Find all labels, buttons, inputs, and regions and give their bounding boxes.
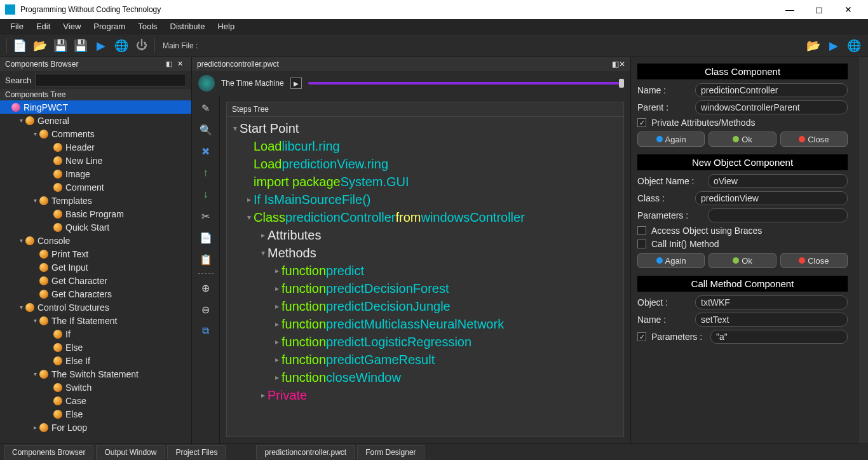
- method-params-checkbox[interactable]: ✓: [637, 332, 646, 341]
- close-window-button[interactable]: ✕: [834, 4, 863, 15]
- edit-icon[interactable]: ✎: [198, 100, 214, 116]
- tree-item[interactable]: ▾Console: [0, 234, 191, 247]
- step-row[interactable]: Load libcurl.ring: [227, 137, 623, 155]
- tree-item[interactable]: ▾Templates: [0, 194, 191, 207]
- menu-program[interactable]: Program: [87, 20, 132, 33]
- tree-item[interactable]: ▾The If Statement: [0, 314, 191, 327]
- tree-item[interactable]: Case: [0, 394, 191, 407]
- move-down-icon[interactable]: ↓: [198, 187, 214, 202]
- step-row[interactable]: import package System.GUI: [227, 173, 623, 191]
- components-tree[interactable]: RingPWCT▾General▾CommentsHeaderNew LineI…: [0, 100, 191, 443]
- minimize-button[interactable]: —: [775, 4, 804, 15]
- step-row[interactable]: ▸function closeWindow: [227, 369, 623, 386]
- tree-item[interactable]: ▾Control Structures: [0, 301, 191, 314]
- open-folder-icon[interactable]: 📂: [804, 37, 822, 55]
- object-class-input[interactable]: [695, 191, 848, 205]
- tree-item[interactable]: Quick Start: [0, 220, 191, 234]
- cut-cross-icon[interactable]: ✖: [198, 144, 214, 159]
- tree-item[interactable]: Else: [0, 341, 191, 354]
- menu-edit[interactable]: Edit: [30, 20, 57, 33]
- tree-item[interactable]: Header: [0, 140, 191, 154]
- popout-icon[interactable]: ⧉: [198, 323, 214, 339]
- copy-icon[interactable]: 📄: [198, 230, 214, 245]
- tree-item[interactable]: ▾The Switch Statement: [0, 367, 191, 381]
- menu-file[interactable]: File: [4, 20, 30, 33]
- object-close-button[interactable]: Close: [780, 253, 848, 268]
- time-machine-play-button[interactable]: ▶: [290, 78, 302, 89]
- step-row[interactable]: Load predictionView.ring: [227, 155, 623, 173]
- object-name-input[interactable]: [708, 174, 848, 188]
- right-scrollbar[interactable]: [859, 57, 868, 443]
- cut-icon[interactable]: ✂: [198, 208, 214, 224]
- panel-detach-icon[interactable]: ◧: [166, 60, 175, 69]
- tree-item[interactable]: ▾General: [0, 114, 191, 127]
- call-init-checkbox[interactable]: [637, 240, 646, 248]
- search-input[interactable]: [35, 74, 186, 86]
- tree-item[interactable]: Image: [0, 167, 191, 180]
- tree-item[interactable]: New Line: [0, 154, 191, 167]
- menu-help[interactable]: Help: [211, 20, 241, 33]
- tree-item[interactable]: Get Characters: [0, 287, 191, 301]
- panel-close-icon[interactable]: ✕: [177, 60, 186, 69]
- bottom-tab[interactable]: predictioncontroller.pwct: [256, 445, 355, 459]
- tree-item[interactable]: Print Text: [0, 247, 191, 260]
- bottom-tab[interactable]: Form Designer: [357, 445, 424, 459]
- private-checkbox[interactable]: ✓: [637, 118, 646, 127]
- object-ok-button[interactable]: Ok: [709, 253, 776, 268]
- class-close-button[interactable]: Close: [780, 132, 848, 147]
- web-icon[interactable]: 🌐: [845, 37, 863, 55]
- tree-item[interactable]: Get Character: [0, 274, 191, 287]
- class-parent-input[interactable]: [695, 100, 848, 114]
- run-icon[interactable]: ▶: [92, 37, 110, 55]
- tree-item[interactable]: Basic Program: [0, 207, 191, 220]
- menu-distribute[interactable]: Distribute: [164, 20, 212, 33]
- tree-item[interactable]: ▾Comments: [0, 127, 191, 140]
- step-row[interactable]: ▾Start Point: [227, 119, 623, 137]
- search-icon[interactable]: 🔍: [198, 122, 214, 137]
- tree-item[interactable]: Switch: [0, 381, 191, 394]
- play-icon[interactable]: ▶: [825, 37, 843, 55]
- globe-icon[interactable]: 🌐: [112, 37, 130, 55]
- tree-item[interactable]: Get Input: [0, 260, 191, 274]
- method-params-input[interactable]: [710, 330, 848, 344]
- bottom-tab[interactable]: Output Window: [96, 445, 165, 459]
- power-icon[interactable]: ⏻: [133, 37, 151, 55]
- step-row[interactable]: ▾Methods: [227, 244, 623, 262]
- menu-tools[interactable]: Tools: [132, 20, 163, 33]
- method-object-input[interactable]: [695, 295, 848, 309]
- step-row[interactable]: ▾Class predictionController from windows…: [227, 208, 623, 226]
- new-file-icon[interactable]: 📄: [11, 37, 29, 55]
- save-file-icon[interactable]: 💾: [51, 37, 69, 55]
- steps-tree[interactable]: ▾Start PointLoad libcurl.ringLoad predic…: [227, 117, 623, 436]
- tree-item[interactable]: Else: [0, 407, 191, 421]
- step-row[interactable]: ▸Private: [227, 386, 623, 404]
- step-row[interactable]: ▸function predictGameResult: [227, 351, 623, 369]
- tree-item[interactable]: Else If: [0, 354, 191, 367]
- file-tab-label[interactable]: predictioncontroller.pwct: [197, 60, 279, 69]
- zoom-out-icon[interactable]: ⊖: [198, 302, 214, 317]
- maximize-button[interactable]: ◻: [804, 4, 834, 15]
- time-machine-slider[interactable]: [308, 82, 624, 85]
- editor-detach-icon[interactable]: ◧: [612, 60, 619, 69]
- access-braces-checkbox[interactable]: [637, 226, 646, 235]
- step-row[interactable]: ▸function predictDecisionJungle: [227, 297, 623, 315]
- step-row[interactable]: ▸If IsMainSourceFile(): [227, 191, 623, 208]
- step-row[interactable]: ▸function predictDecisionForest: [227, 280, 623, 297]
- menu-view[interactable]: View: [57, 20, 87, 33]
- editor-close-icon[interactable]: ✕: [619, 60, 625, 69]
- open-file-icon[interactable]: 📂: [31, 37, 49, 55]
- save-all-icon[interactable]: 💾: [72, 37, 90, 55]
- tree-item[interactable]: Comment: [0, 180, 191, 194]
- step-row[interactable]: ▸Attributes: [227, 226, 623, 244]
- move-up-icon[interactable]: ↑: [198, 165, 214, 180]
- tree-item[interactable]: If: [0, 327, 191, 341]
- class-ok-button[interactable]: Ok: [709, 132, 776, 147]
- class-name-input[interactable]: [695, 83, 848, 97]
- bottom-tab[interactable]: Components Browser: [4, 445, 93, 459]
- method-name-input[interactable]: [695, 313, 848, 327]
- tree-item[interactable]: ▸For Loop: [0, 421, 191, 434]
- step-row[interactable]: ▸function predict: [227, 262, 623, 280]
- class-again-button[interactable]: Again: [637, 132, 705, 147]
- paste-icon[interactable]: 📋: [198, 252, 214, 267]
- step-row[interactable]: ▸function predictLogisticRegression: [227, 333, 623, 351]
